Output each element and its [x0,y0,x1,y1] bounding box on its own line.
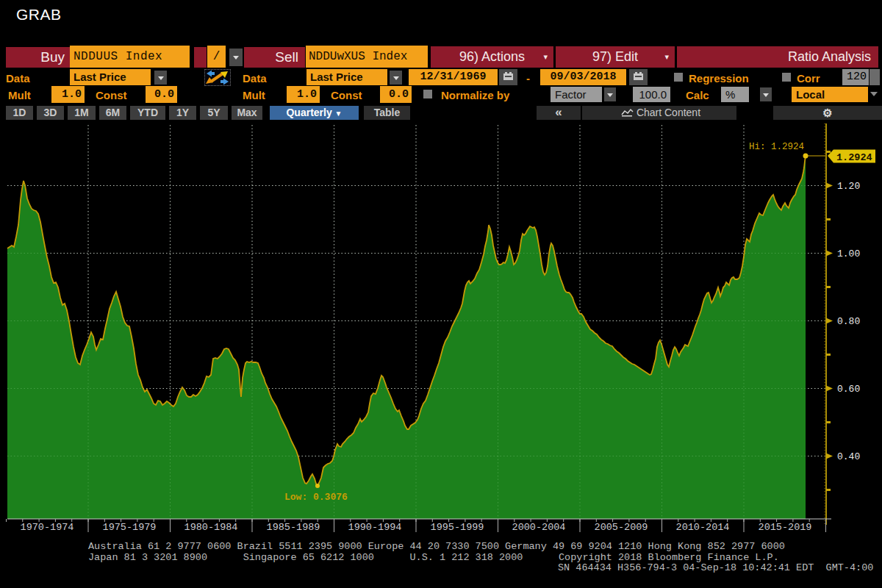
svg-text:1.00: 1.00 [837,248,860,259]
svg-text:1985-1989: 1985-1989 [267,522,320,533]
svg-text:2000-2004: 2000-2004 [512,522,566,533]
svg-text:2010-2014: 2010-2014 [676,522,730,533]
svg-text:Low: 0.3076: Low: 0.3076 [284,492,348,503]
svg-text:1980-1984: 1980-1984 [184,522,238,533]
svg-text:1970-1974: 1970-1974 [21,522,74,533]
svg-text:2005-2009: 2005-2009 [595,522,648,533]
svg-text:0.40: 0.40 [837,451,860,462]
svg-text:1995-1999: 1995-1999 [431,522,484,533]
svg-text:2015-2019: 2015-2019 [759,522,812,533]
svg-text:1.20: 1.20 [837,181,860,192]
svg-text:0.80: 0.80 [837,316,860,327]
svg-text:1975-1979: 1975-1979 [103,522,157,533]
svg-text:Hi: 1.2924: Hi: 1.2924 [749,142,804,152]
svg-text:1990-1994: 1990-1994 [348,522,402,533]
svg-text:1.2924: 1.2924 [836,152,872,163]
svg-text:0.60: 0.60 [837,384,860,395]
